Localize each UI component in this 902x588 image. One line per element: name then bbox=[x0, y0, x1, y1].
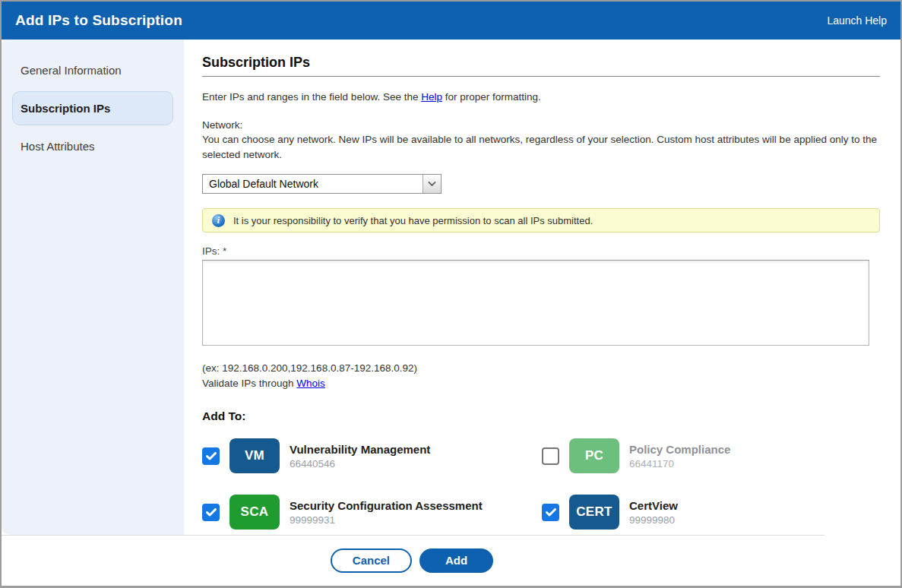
check-icon bbox=[546, 508, 556, 517]
select-dropdown-button[interactable] bbox=[423, 175, 441, 193]
ips-label: IPs: * bbox=[202, 245, 880, 257]
permission-notice-text: It is your responsibility to verify that… bbox=[233, 215, 593, 226]
network-label: Network: bbox=[202, 118, 880, 133]
intro-text-before: Enter IPs and ranges in the field below.… bbox=[202, 91, 421, 103]
ips-textarea[interactable] bbox=[202, 260, 869, 346]
footer-bar: Cancel Add bbox=[2, 535, 900, 586]
validate-text: Validate IPs through bbox=[202, 378, 296, 389]
module-name: Policy Compliance bbox=[629, 443, 730, 456]
sidebar-item-host-attributes[interactable]: Host Attributes bbox=[12, 129, 173, 163]
add-to-heading: Add To: bbox=[202, 409, 880, 423]
add-button[interactable]: Add bbox=[419, 548, 493, 573]
sidebar-item-general-information[interactable]: General Information bbox=[12, 53, 173, 87]
validate-line: Validate IPs through Whois bbox=[202, 376, 880, 391]
vm-badge: VM bbox=[229, 438, 280, 473]
dialog-title: Add IPs to Subscription bbox=[15, 12, 182, 29]
check-icon bbox=[206, 508, 217, 517]
launch-help-link[interactable]: Launch Help bbox=[827, 14, 887, 27]
check-icon bbox=[206, 452, 217, 460]
network-description: You can choose any network. New IPs will… bbox=[202, 132, 880, 162]
module-id: 99999931 bbox=[290, 514, 483, 526]
module-policy-compliance: PC Policy Compliance 66441170 bbox=[542, 438, 881, 473]
cancel-button[interactable]: Cancel bbox=[331, 548, 412, 573]
module-id: 66440546 bbox=[290, 458, 430, 469]
module-name: CertView bbox=[629, 499, 678, 512]
module-text: CertView 99999980 bbox=[629, 499, 678, 526]
vm-checkbox[interactable] bbox=[202, 447, 220, 465]
modules-grid: VM Vulnerability Management 66440546 PC … bbox=[202, 438, 880, 530]
ips-example-text: (ex: 192.168.0.200,192.168.0.87-192.168.… bbox=[202, 361, 880, 376]
title-bar: Add IPs to Subscription Launch Help bbox=[2, 2, 900, 40]
cert-badge: CERT bbox=[569, 495, 619, 530]
module-text: Policy Compliance 66441170 bbox=[629, 443, 730, 469]
heading-divider bbox=[202, 76, 880, 77]
cert-checkbox[interactable] bbox=[542, 504, 559, 521]
permission-notice: i It is your responsibility to verify th… bbox=[202, 208, 880, 232]
sca-badge: SCA bbox=[229, 495, 280, 530]
module-id: 99999980 bbox=[629, 514, 678, 526]
intro-text: Enter IPs and ranges in the field below.… bbox=[202, 90, 880, 105]
whois-link[interactable]: Whois bbox=[296, 378, 325, 389]
network-select[interactable]: Global Default Network bbox=[202, 174, 442, 194]
module-name: Vulnerability Management bbox=[290, 443, 430, 456]
module-vulnerability-management: VM Vulnerability Management 66440546 bbox=[202, 438, 542, 473]
network-section: Network: You can choose any network. New… bbox=[202, 118, 880, 163]
sidebar-item-subscription-ips[interactable]: Subscription IPs bbox=[12, 91, 173, 125]
module-id: 66441170 bbox=[629, 458, 730, 469]
info-icon: i bbox=[212, 214, 225, 227]
network-select-value: Global Default Network bbox=[203, 175, 423, 193]
module-text: Security Configuration Assessment 999999… bbox=[290, 499, 483, 526]
sidebar: General Information Subscription IPs Hos… bbox=[2, 40, 184, 535]
add-ips-dialog: Add IPs to Subscription Launch Help Gene… bbox=[0, 0, 902, 588]
dialog-body: General Information Subscription IPs Hos… bbox=[2, 40, 900, 535]
main-panel: Subscription IPs Enter IPs and ranges in… bbox=[184, 40, 900, 535]
intro-text-after: for proper formatting. bbox=[442, 91, 541, 103]
module-text: Vulnerability Management 66440546 bbox=[290, 443, 430, 469]
chevron-down-icon bbox=[428, 182, 436, 187]
module-security-configuration-assessment: SCA Security Configuration Assessment 99… bbox=[202, 495, 542, 530]
sca-checkbox[interactable] bbox=[202, 504, 220, 521]
page-title: Subscription IPs bbox=[202, 55, 880, 71]
module-certview: CERT CertView 99999980 bbox=[542, 495, 881, 530]
module-name: Security Configuration Assessment bbox=[290, 499, 483, 512]
pc-checkbox[interactable] bbox=[542, 447, 559, 465]
help-link[interactable]: Help bbox=[421, 91, 442, 103]
pc-badge: PC bbox=[569, 438, 619, 473]
